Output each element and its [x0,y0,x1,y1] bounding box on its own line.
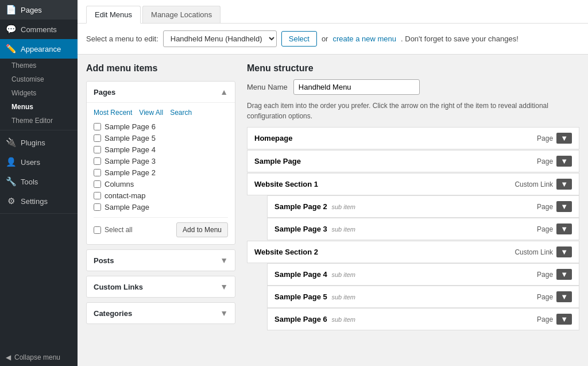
menu-item-sublabel: sub item [331,316,355,323]
pages-accordion-header[interactable]: Pages ▲ [87,82,235,102]
sidebar-item-users[interactable]: 👤 Users [0,152,78,172]
left-panel: Add menu items Pages ▲ Most Recent View … [86,63,235,357]
page-label: contact-map [105,191,146,200]
page-label: Sample Page 4 [105,145,156,154]
pages-tab-most-recent[interactable]: Most Recent [94,107,132,118]
menu-items-list: Homepage Page ▼ Sample Page Page ▼ Websi… [247,127,579,357]
collapse-icon: ◀ [6,353,11,361]
menu-item-type: Page [537,293,553,301]
menu-item-label: Website Section 2 [254,248,318,256]
categories-label: Categories [94,309,132,318]
plugins-icon: 🔌 [6,137,16,148]
sidebar-item-pages[interactable]: 📄 Pages [0,0,78,20]
page-checkbox[interactable] [94,203,101,211]
pages-checkbox-item: Sample Page 4 [94,145,228,154]
menu-item-label: Sample Page 2 sub item [274,202,355,211]
sidebar-label-settings: Settings [21,197,48,206]
pages-tab-view-all[interactable]: View All [139,107,163,118]
custom-links-label: Custom Links [94,283,143,291]
page-label: Sample Page 6 [105,122,156,131]
categories-accordion-header[interactable]: Categories ▼ [87,303,235,323]
page-checkbox[interactable] [94,157,101,165]
menu-item-label: Sample Page 5 sub item [274,292,355,301]
sidebar-sub-widgets[interactable]: Widgets [0,86,78,100]
menu-item-expand-button[interactable]: ▼ [556,269,572,280]
menu-item-expand-button[interactable]: ▼ [556,246,572,257]
menu-item-label: Sample Page 6 sub item [274,315,355,323]
menu-list-item: Sample Page 2 sub item Page ▼ [267,195,579,218]
menu-item-expand-button[interactable]: ▼ [556,179,572,190]
select-all-row: Select all [94,226,133,234]
sidebar-label-tools: Tools [21,178,38,186]
tab-edit-menus[interactable]: Edit Menus [86,6,141,24]
posts-accordion-arrow: ▼ [220,256,228,265]
page-checkbox[interactable] [94,134,101,142]
pages-checkbox-item: Sample Page [94,203,228,211]
select-all-checkbox[interactable] [94,226,101,234]
menu-item-right: Page ▼ [537,156,572,167]
select-label: Select a menu to edit: [86,34,158,43]
menu-item-label: Sample Page [254,157,301,165]
menu-item-type: Page [537,203,553,211]
sidebar-item-settings[interactable]: ⚙ Settings [0,191,78,211]
pages-checkbox-item: contact-map [94,191,228,200]
menu-item-expand-button[interactable]: ▼ [556,291,572,302]
sidebar-item-plugins[interactable]: 🔌 Plugins [0,133,78,152]
posts-accordion-header[interactable]: Posts ▼ [87,250,235,271]
page-label: Sample Page 5 [105,134,156,142]
menu-item-expand-button[interactable]: ▼ [556,314,572,325]
page-checkbox[interactable] [94,180,101,188]
menu-select-bar: Select a menu to edit: Handheld Menu (Ha… [78,24,588,55]
select-button[interactable]: Select [281,31,317,47]
menu-item-expand-button[interactable]: ▼ [556,156,572,167]
posts-accordion: Posts ▼ [86,249,235,271]
pages-checkbox-item: Sample Page 2 [94,168,228,177]
add-menu-items-title: Add menu items [86,63,235,74]
collapse-menu-button[interactable]: ◀ Collapse menu [0,349,78,366]
create-new-menu-link[interactable]: create a new menu [332,34,396,43]
tab-bar: Edit Menus Manage Locations [78,0,588,24]
sidebar-sub-menus[interactable]: Menus [0,100,78,114]
sidebar-item-comments[interactable]: 💬 Comments [0,20,78,39]
menu-item-expand-button[interactable]: ▼ [556,133,572,144]
menu-item-sublabel: sub item [331,226,355,233]
settings-icon: ⚙ [6,196,16,206]
menu-item-expand-button[interactable]: ▼ [556,201,572,212]
sidebar-divider-2 [0,213,78,214]
page-label: Sample Page 3 [105,157,156,165]
menu-name-input[interactable] [293,79,420,95]
menu-select-dropdown[interactable]: Handheld Menu (Handheld) [163,30,277,47]
tab-manage-locations[interactable]: Manage Locations [142,6,220,23]
categories-accordion: Categories ▼ [86,302,235,324]
page-checkbox[interactable] [94,192,101,199]
pages-tab-search[interactable]: Search [170,107,192,118]
sidebar-sub-theme-editor[interactable]: Theme Editor [0,114,78,128]
page-checkbox[interactable] [94,146,101,153]
menu-item-type: Page [537,315,553,323]
menu-list-item: Sample Page 3 sub item Page ▼ [267,218,579,240]
menu-item-right: Page ▼ [537,133,572,144]
posts-accordion-label: Posts [94,256,114,265]
sidebar-sub-customise[interactable]: Customise [0,72,78,86]
page-checkbox[interactable] [94,123,101,130]
comments-icon: 💬 [6,24,16,34]
pages-icon: 📄 [6,5,16,15]
menu-list-item: Sample Page Page ▼ [247,150,579,172]
sidebar-item-appearance[interactable]: ✏️ Appearance [0,39,78,59]
add-to-menu-button[interactable]: Add to Menu [176,222,228,237]
menu-item-type: Page [537,157,553,165]
pages-accordion: Pages ▲ Most Recent View All Search Samp… [86,81,235,245]
page-checkbox[interactable] [94,169,101,176]
menu-item-type: Page [537,225,553,233]
page-label: Sample Page [105,203,149,211]
pages-checkbox-item: Sample Page 5 [94,134,228,142]
main-area: Edit Menus Manage Locations Select a men… [78,0,588,366]
menu-item-right: Page ▼ [537,291,572,302]
page-label: Sample Page 2 [105,168,156,177]
drag-hint: Drag each item into the order you prefer… [247,101,579,121]
custom-links-accordion-header[interactable]: Custom Links ▼ [87,276,235,297]
sidebar-sub-themes[interactable]: Themes [0,59,78,72]
menu-item-expand-button[interactable]: ▼ [556,224,572,234]
sidebar-item-tools[interactable]: 🔧 Tools [0,172,78,191]
sidebar-divider-1 [0,130,78,130]
